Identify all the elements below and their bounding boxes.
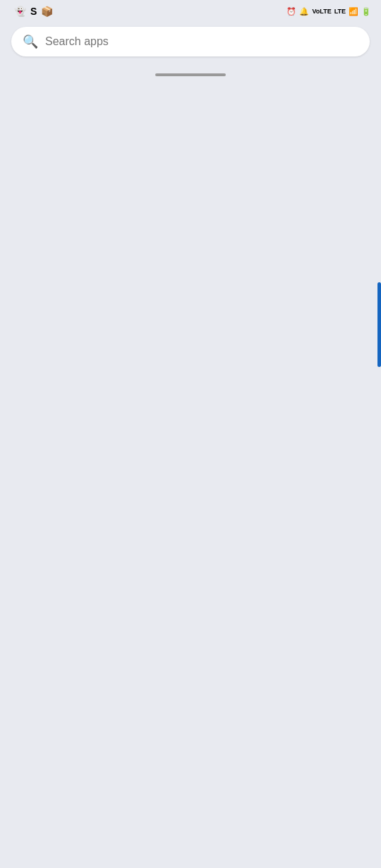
search-bar[interactable]: 🔍 [11, 27, 370, 56]
bottom-pill [155, 73, 226, 76]
shazam-status-icon: S [30, 6, 37, 17]
bottom-indicator [0, 65, 381, 80]
search-input[interactable] [45, 35, 351, 48]
battery-icon: 🔋 [361, 7, 371, 16]
scrollbar[interactable] [377, 282, 381, 367]
snap-status-icon: 📦 [41, 6, 53, 17]
status-bar: 👻 S 📦 ⏰ 🔔 VoLTE LTE 📶 🔋 [0, 0, 381, 20]
volume-icon: 🔔 [299, 7, 309, 16]
lte2-icon: LTE [334, 8, 346, 15]
lte-icon: VoLTE [312, 8, 331, 15]
signal-bars-icon: 📶 [349, 7, 358, 16]
search-icon: 🔍 [23, 34, 38, 49]
alarm-icon: ⏰ [286, 7, 296, 16]
status-left: 👻 S 📦 [10, 6, 53, 17]
status-right: ⏰ 🔔 VoLTE LTE 📶 🔋 [286, 7, 371, 16]
ghost-icon: 👻 [14, 6, 26, 17]
